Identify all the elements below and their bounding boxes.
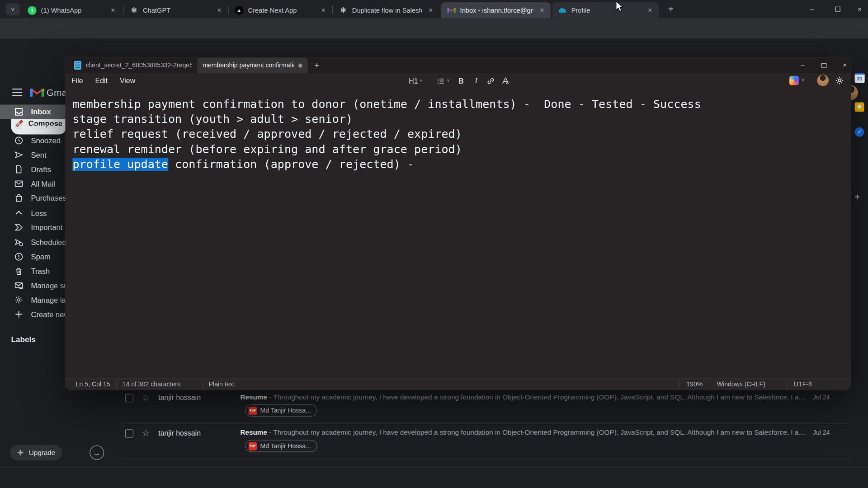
notepad-maximize-button[interactable]	[813, 57, 835, 73]
main-menu-hamburger-icon[interactable]	[12, 89, 22, 96]
email-subject-snippet: Resume - Throughout my academic journey,…	[240, 429, 807, 436]
notepad-window: client_secret_2_60053885332-2reqe52rribc…	[65, 57, 851, 390]
new-tab-button[interactable]: +	[664, 3, 677, 16]
star-icon	[14, 122, 24, 131]
upgrade-button[interactable]: Upgrade	[10, 445, 62, 460]
browser-tab-gmail-inbox-active[interactable]: Inbox - ishann.tforce@gmail.co ×	[441, 2, 551, 19]
spam-icon	[14, 252, 24, 261]
browser-tab-profile[interactable]: Profile ×	[552, 2, 659, 19]
editor-line: stage transition (youth > adult > senior…	[72, 112, 851, 127]
collapse-arrow-button[interactable]: →	[90, 446, 104, 460]
keep-notes-icon[interactable]	[855, 103, 864, 112]
zoom-level[interactable]: 190%	[686, 380, 703, 387]
editor-line: membership payment confirmation to donor…	[72, 97, 851, 112]
bold-button[interactable]: B	[454, 75, 467, 87]
notepad-editor[interactable]: membership payment confirmation to donor…	[65, 88, 851, 379]
maximize-icon	[835, 7, 840, 12]
heading-label: H1	[409, 77, 418, 85]
status-divider	[787, 381, 787, 389]
window-maximize-button[interactable]	[827, 0, 848, 18]
important-tag-icon	[14, 223, 24, 232]
sidebar-label: Sent	[31, 151, 47, 159]
snooze-clock-icon	[14, 136, 24, 145]
browser-address-bar: ← → ↻ ☆ mail.google.com/mail/u/0/?ogbl#i…	[0, 18, 868, 38]
tab-title: Profile	[571, 6, 641, 14]
window-close-button[interactable]: ×	[849, 0, 868, 18]
status-divider	[116, 381, 117, 389]
clear-formatting-button[interactable]	[498, 75, 511, 87]
tab-close-icon[interactable]: ×	[646, 6, 655, 14]
heading-style-button[interactable]: H1˅	[404, 75, 427, 87]
notepad-minimize-button[interactable]: –	[792, 57, 813, 73]
selected-text: profile update	[72, 158, 168, 171]
tab-close-icon[interactable]: ×	[319, 6, 328, 14]
list-button[interactable]: ˅	[432, 75, 455, 87]
get-addons-plus-icon[interactable]: +	[855, 192, 860, 202]
insert-link-button[interactable]	[484, 75, 497, 87]
openai-icon: ✻	[339, 6, 348, 15]
star-icon[interactable]: ☆	[142, 428, 150, 438]
email-row[interactable]: ☆ tanjir hossain Resume - Throughout my …	[123, 426, 851, 460]
inbox-icon	[14, 108, 24, 117]
attachment-chip[interactable]: PDF Md Tanjir Hossa...	[245, 404, 317, 417]
tab-close-icon[interactable]: ×	[215, 6, 224, 14]
copilot-icon[interactable]	[789, 76, 799, 85]
tab-title: Inbox - ishann.tforce@gmail.co	[460, 6, 533, 14]
browser-tab-whatsapp[interactable]: 1 (1) WhatsApp ×	[22, 2, 122, 19]
tasks-icon[interactable]: ✓	[855, 127, 864, 137]
attachment-chip[interactable]: PDF Md Tanjir Hossa...	[245, 440, 317, 452]
line-rest: confirmation (approve / rejected) -	[168, 158, 414, 171]
email-snippet: Throughout my academic journey, I have d…	[273, 429, 807, 436]
upgrade-label: Upgrade	[29, 449, 56, 456]
notepad-tab-membership-active[interactable]: membership payment confirmation	[197, 57, 308, 73]
email-checkbox[interactable]	[125, 429, 133, 437]
calendar-icon[interactable]: 31	[855, 73, 865, 83]
window-minimize-button[interactable]: –	[802, 0, 823, 18]
tab-title: ChatGPT	[143, 6, 210, 14]
italic-button[interactable]: I	[469, 75, 482, 87]
notepad-tab-client-secret[interactable]: client_secret_2_60053885332-2reqe52rribc	[69, 57, 197, 73]
menu-file[interactable]: File	[65, 76, 89, 84]
gmail-icon	[447, 6, 456, 15]
clear-format-icon	[501, 77, 509, 85]
tab-close-icon[interactable]: ×	[108, 6, 118, 14]
sidebar-label: Spam	[31, 253, 51, 261]
google-one-icon	[17, 449, 24, 456]
tab-search-button[interactable]: ˅	[5, 3, 20, 15]
notepad-settings-gear-icon[interactable]	[835, 76, 844, 85]
email-checkbox[interactable]	[125, 394, 133, 402]
bullet-list-icon	[437, 77, 445, 85]
tab-close-icon[interactable]: ×	[426, 6, 435, 14]
status-divider	[679, 381, 679, 389]
line-ending-type[interactable]: Windows (CRLF)	[717, 380, 765, 387]
notepad-file-icon	[74, 61, 81, 70]
attachment-name: Md Tanjir Hossa...	[260, 443, 311, 450]
tab-separator	[228, 5, 228, 14]
notepad-tab-title: client_secret_2_60053885332-2reqe52rribc	[86, 62, 192, 69]
sidebar-label: All Mail	[31, 179, 55, 188]
bold-label: B	[458, 77, 463, 85]
attachment-name: Md Tanjir Hossa...	[260, 407, 311, 414]
tab-close-icon[interactable]: ×	[538, 6, 547, 14]
sidebar-label: Snoozed	[31, 136, 61, 145]
browser-tab-create-next-app[interactable]: ▲ Create Next App ×	[229, 2, 332, 19]
tab-separator	[332, 5, 333, 14]
notepad-close-button[interactable]: ×	[834, 57, 851, 73]
sidebar-label: Starred	[31, 122, 56, 130]
encoding[interactable]: UTF-8	[794, 380, 812, 387]
chevron-down-icon[interactable]: ˅	[802, 77, 804, 83]
pdf-icon: PDF	[249, 406, 257, 414]
notepad-account-avatar[interactable]	[817, 75, 829, 86]
browser-tab-salesforce-flow[interactable]: ✻ Duplicate flow in Salesforce ×	[333, 2, 439, 19]
browser-tab-chatgpt[interactable]: ✻ ChatGPT ×	[124, 2, 228, 19]
email-subject: Resume	[240, 394, 267, 401]
menu-view[interactable]: View	[113, 76, 141, 84]
sidebar-label: Scheduled	[31, 238, 66, 246]
notepad-new-tab-button[interactable]: +	[315, 60, 320, 70]
email-sender: tanjir hossain	[158, 429, 201, 437]
star-icon[interactable]: ☆	[142, 392, 150, 403]
menu-edit[interactable]: Edit	[89, 76, 113, 84]
gear-icon	[14, 296, 24, 305]
email-row[interactable]: ☆ tanjir hossain Resume - Throughout my …	[123, 390, 851, 424]
maximize-icon	[821, 63, 826, 68]
